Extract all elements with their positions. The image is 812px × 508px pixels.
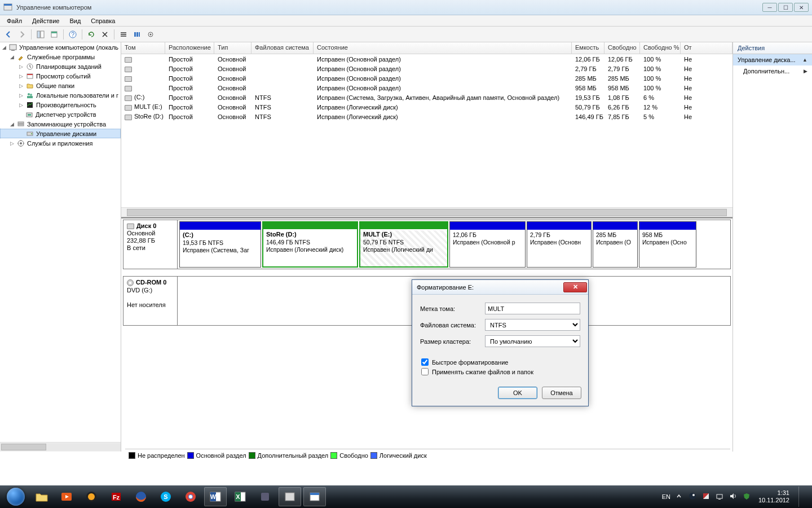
menu-view[interactable]: Вид (65, 16, 85, 25)
partition[interactable]: (C:)19,53 ГБ NTFSИсправен (Система, Заг (179, 221, 261, 268)
tray-network-icon[interactable] (716, 492, 725, 501)
settings-icon[interactable] (144, 28, 157, 41)
col-type[interactable]: Тип (214, 42, 251, 54)
volume-row[interactable]: StoRe (D:)ПростойОсновнойNTFSИсправен (Л… (121, 112, 732, 121)
partition[interactable]: MULT (E:)50,79 ГБ NTFSИсправен (Логическ… (359, 221, 448, 268)
partition[interactable]: 2,79 ГБИсправен (Основн (527, 221, 592, 268)
tree-shared-folders[interactable]: ▷ Общие папки (0, 81, 121, 90)
cancel-button[interactable]: Отмена (542, 387, 581, 399)
collapse-icon[interactable]: ◢ (9, 54, 15, 60)
start-button[interactable] (3, 487, 28, 506)
menu-help[interactable]: Справка (86, 16, 120, 25)
list-view-button[interactable] (117, 28, 130, 41)
language-indicator[interactable]: EN (662, 493, 670, 500)
collapse-icon[interactable]: ◢ (9, 121, 15, 127)
action-disk-management[interactable]: Управление диска...▲ (733, 54, 812, 65)
taskbar-word-icon[interactable]: W (204, 487, 227, 506)
show-desktop-button[interactable] (798, 487, 805, 507)
tree-system-tools[interactable]: ◢ Служебные программы (0, 52, 121, 62)
partition[interactable]: 958 МБИсправен (Осно (639, 221, 696, 268)
volume-row[interactable]: (C:)ПростойОсновнойNTFSИсправен (Система… (121, 93, 732, 102)
volume-list-header[interactable]: Том Расположение Тип Файловая система Со… (121, 42, 732, 54)
tray-clock[interactable]: 1:31 10.11.2012 (756, 489, 792, 503)
ok-button[interactable]: OK (498, 387, 537, 399)
collapse-icon[interactable]: ◢ (1, 44, 7, 50)
volume-row[interactable]: ПростойОсновнойИсправен (Основной раздел… (121, 83, 732, 93)
tree-device-manager[interactable]: Диспетчер устройств (0, 110, 121, 119)
tray-steam-icon[interactable] (689, 492, 698, 501)
taskbar-aimp-icon[interactable] (80, 487, 103, 506)
taskbar[interactable]: Fz S W X EN 1:31 10.11.2012 (0, 485, 812, 508)
minimize-button[interactable]: ─ (762, 3, 777, 12)
tray-chevron-icon[interactable] (675, 492, 684, 501)
tree-disk-management[interactable]: Управление дисками (0, 129, 121, 138)
help-icon[interactable]: ? (67, 28, 79, 41)
disk-0-row[interactable]: Диск 0 Основной 232,88 ГБ В сети (C:)19,… (123, 220, 731, 269)
navigation-tree[interactable]: ◢ Управление компьютером (локаль ◢ Служе… (0, 42, 121, 452)
tree-performance[interactable]: ▷ Производительность (0, 100, 121, 110)
expand-icon[interactable]: ▷ (18, 63, 24, 69)
close-button[interactable]: ✕ (794, 3, 809, 12)
col-freepc[interactable]: Свободно % (640, 42, 681, 54)
taskbar-media-icon[interactable] (55, 487, 78, 506)
back-button[interactable] (2, 28, 15, 41)
forward-button[interactable] (16, 28, 28, 41)
volume-list[interactable]: Том Расположение Тип Файловая система Со… (121, 42, 732, 217)
menu-action[interactable]: Действие (28, 16, 64, 25)
col-overhead[interactable]: От (681, 42, 732, 54)
partition[interactable]: StoRe (D:)146,49 ГБ NTFSИсправен (Логиче… (262, 221, 358, 268)
show-hide-tree-button[interactable] (34, 28, 47, 41)
volume-row[interactable]: ПростойОсновнойИсправен (Основной раздел… (121, 64, 732, 73)
taskbar-app1-icon[interactable] (254, 487, 276, 506)
taskbar-chrome-icon[interactable] (179, 487, 202, 506)
partition[interactable]: 12,06 ГБИсправен (Основной р (449, 221, 526, 268)
expand-icon[interactable]: ▷ (9, 140, 15, 146)
cluster-size-select[interactable]: По умолчанию (485, 335, 580, 347)
system-tray[interactable]: EN 1:31 10.11.2012 (662, 487, 809, 507)
taskbar-app2-icon[interactable] (279, 487, 301, 506)
taskbar-paint-icon[interactable] (303, 487, 326, 506)
tray-volume-icon[interactable] (729, 492, 738, 501)
volume-row[interactable]: ПростойОсновнойИсправен (Основной раздел… (121, 73, 732, 83)
taskbar-skype-icon[interactable]: S (155, 487, 177, 506)
col-layout[interactable]: Расположение (165, 42, 214, 54)
menu-file[interactable]: Файл (2, 16, 27, 25)
col-fs[interactable]: Файловая система (251, 42, 314, 54)
tray-shield-icon[interactable] (743, 492, 752, 501)
taskbar-excel-icon[interactable]: X (229, 487, 251, 506)
tray-flag-icon[interactable] (702, 492, 711, 501)
volume-row[interactable]: ПростойОсновнойИсправен (Основной раздел… (121, 54, 732, 64)
taskbar-explorer-icon[interactable] (30, 487, 53, 506)
maximize-button[interactable]: ☐ (778, 3, 793, 12)
taskbar-filezilla-icon[interactable]: Fz (105, 487, 127, 506)
expand-icon[interactable]: ▷ (18, 82, 24, 89)
volume-label-input[interactable] (485, 303, 580, 314)
dialog-titlebar[interactable]: Форматирование E: ✕ (412, 280, 588, 295)
delete-button[interactable] (99, 28, 111, 41)
expand-icon[interactable]: ▷ (18, 102, 24, 108)
col-capacity[interactable]: Емкость (572, 42, 604, 54)
refresh-button[interactable] (85, 28, 98, 41)
tree-services[interactable]: ▷ Службы и приложения (0, 138, 121, 148)
tree-storage[interactable]: ◢ Запоминающие устройства (0, 119, 121, 129)
expand-icon[interactable]: ▷ (18, 92, 24, 98)
properties-button[interactable] (48, 28, 60, 41)
quick-format-checkbox[interactable] (421, 358, 429, 366)
compress-checkbox[interactable] (421, 368, 429, 375)
expand-icon[interactable]: ▷ (18, 73, 24, 79)
filesystem-select[interactable]: NTFS (485, 319, 580, 331)
action-more[interactable]: Дополнительн...▶ (733, 65, 812, 77)
tree-event-viewer[interactable]: ▷ Просмотр событий (0, 71, 121, 81)
tree-root[interactable]: ◢ Управление компьютером (локаль (0, 42, 121, 52)
col-free[interactable]: Свободно (604, 42, 640, 54)
volume-row[interactable]: MULT (E:)ПростойОсновнойNTFSИсправен (Ло… (121, 102, 732, 112)
graphical-view-button[interactable] (131, 28, 143, 41)
tree-scrollbar[interactable] (0, 442, 121, 452)
volume-list-hscroll[interactable] (121, 207, 732, 217)
taskbar-firefox-icon[interactable] (130, 487, 152, 506)
col-status[interactable]: Состояние (314, 42, 572, 54)
tree-local-users[interactable]: ▷ Локальные пользователи и г (0, 90, 121, 100)
partition[interactable]: 285 МБИсправен (О (593, 221, 638, 268)
tree-task-scheduler[interactable]: ▷ Планировщик заданий (0, 62, 121, 71)
dialog-close-button[interactable]: ✕ (563, 282, 587, 292)
